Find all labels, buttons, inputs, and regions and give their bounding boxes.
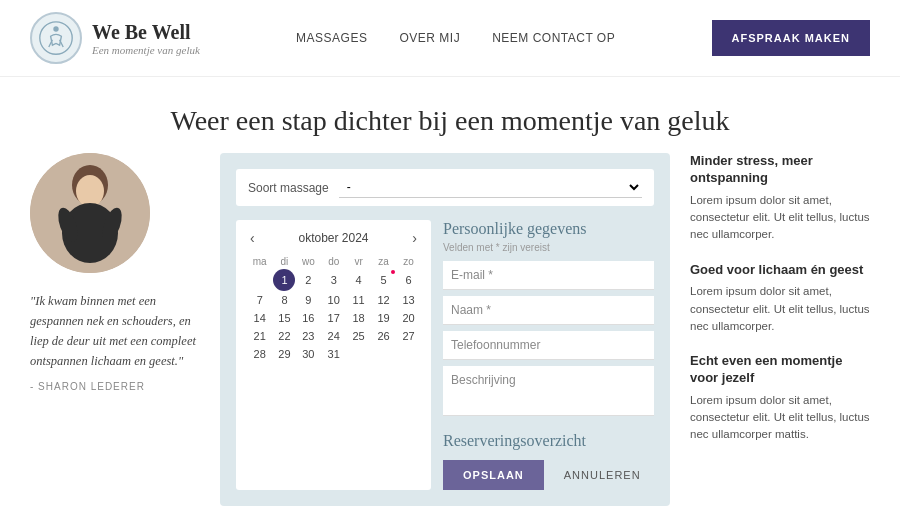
calendar-day[interactable]: 27 (396, 327, 421, 345)
calendar-day[interactable]: 20 (396, 309, 421, 327)
logo-name: We Be Well (92, 21, 200, 44)
email-field[interactable] (443, 261, 654, 290)
benefit-text-2: Lorem ipsum dolor sit amet, consectetur … (690, 392, 870, 444)
calendar-day[interactable]: 2 (295, 269, 321, 291)
calendar-day[interactable]: 1 (273, 269, 295, 291)
calendar-day[interactable]: 21 (246, 327, 273, 345)
benefit-title-1: Goed voor lichaam én geest (690, 262, 870, 279)
calendar-day[interactable]: 12 (371, 291, 396, 309)
calendar-day[interactable]: 16 (295, 309, 321, 327)
massage-label: Soort massage (248, 181, 329, 195)
svg-point-1 (53, 26, 58, 31)
name-field[interactable] (443, 296, 654, 325)
calendar-day[interactable]: 24 (321, 327, 346, 345)
calendar: ‹ oktober 2024 › ma di wo do vr za zo (236, 220, 431, 490)
logo-text: We Be Well Een momentje van geluk (92, 21, 200, 56)
booking-inner: ‹ oktober 2024 › ma di wo do vr za zo (236, 220, 654, 490)
calendar-header: ‹ oktober 2024 › (246, 230, 421, 246)
calendar-day[interactable]: 4 (346, 269, 371, 291)
benefit-title-0: Minder stress, meer ontspanning (690, 153, 870, 187)
massage-select[interactable]: - Ontspanningsmassage Sportmassage Diepe… (339, 177, 642, 198)
testimonial-text: "Ik kwam binnen met een gespannen nek en… (30, 291, 200, 371)
calendar-month-year: oktober 2024 (298, 231, 368, 245)
form-buttons: OPSLAAN ANNULEREN (443, 460, 654, 490)
booking-panel: Soort massage - Ontspanningsmassage Spor… (220, 153, 670, 506)
calendar-day[interactable]: 11 (346, 291, 371, 309)
calendar-day[interactable]: 31 (321, 345, 346, 363)
calendar-day (396, 345, 421, 363)
cal-header-mon: ma (246, 254, 273, 269)
profile-image (30, 153, 150, 273)
calendar-next-button[interactable]: › (408, 230, 421, 246)
calendar-day[interactable]: 14 (246, 309, 273, 327)
benefit-item-1: Goed voor lichaam én geest Lorem ipsum d… (690, 262, 870, 336)
calendar-day[interactable]: 8 (273, 291, 295, 309)
massage-selector: Soort massage - Ontspanningsmassage Spor… (236, 169, 654, 206)
left-column: "Ik kwam binnen met een gespannen nek en… (30, 153, 200, 392)
appointment-button[interactable]: AFSPRAAK MAKEN (712, 20, 871, 56)
calendar-day[interactable]: 3 (321, 269, 346, 291)
header: We Be Well Een momentje van geluk MASSAG… (0, 0, 900, 77)
cal-header-sat: za (371, 254, 396, 269)
calendar-day[interactable]: 19 (371, 309, 396, 327)
save-button[interactable]: OPSLAAN (443, 460, 544, 490)
calendar-day (346, 345, 371, 363)
cal-header-tue: di (273, 254, 295, 269)
calendar-day[interactable]: 7 (246, 291, 273, 309)
calendar-day[interactable]: 18 (346, 309, 371, 327)
calendar-day[interactable]: 9 (295, 291, 321, 309)
calendar-day[interactable]: 13 (396, 291, 421, 309)
benefits-column: Minder stress, meer ontspanning Lorem ip… (690, 153, 870, 462)
svg-point-4 (76, 175, 104, 207)
nav-over-mij[interactable]: OVER MIJ (399, 31, 460, 45)
cal-header-thu: do (321, 254, 346, 269)
benefit-item-0: Minder stress, meer ontspanning Lorem ip… (690, 153, 870, 244)
calendar-day[interactable]: 29 (273, 345, 295, 363)
reservation-title: Reserveringsoverzicht (443, 432, 654, 450)
calendar-day[interactable]: 26 (371, 327, 396, 345)
personal-form: Persoonlijke gegevens Velden met * zijn … (443, 220, 654, 490)
cancel-button[interactable]: ANNULEREN (554, 460, 651, 490)
logo-icon (30, 12, 82, 64)
calendar-day[interactable]: 30 (295, 345, 321, 363)
red-dot-indicator (391, 270, 395, 274)
benefit-text-0: Lorem ipsum dolor sit amet, consectetur … (690, 192, 870, 244)
calendar-day (246, 269, 273, 291)
description-field[interactable] (443, 366, 654, 416)
fields-required-label: Velden met * zijn vereist (443, 242, 654, 253)
calendar-day[interactable]: 23 (295, 327, 321, 345)
calendar-day[interactable]: 22 (273, 327, 295, 345)
calendar-day[interactable]: 25 (346, 327, 371, 345)
benefit-text-1: Lorem ipsum dolor sit amet, consectetur … (690, 283, 870, 335)
main-content: "Ik kwam binnen met een gespannen nek en… (0, 153, 900, 510)
testimonial-author: - SHARON LEDERER (30, 381, 200, 392)
benefit-title-2: Echt even een momentje voor jezelf (690, 353, 870, 387)
nav-contact[interactable]: NEEM CONTACT OP (492, 31, 615, 45)
calendar-day[interactable]: 6 (396, 269, 421, 291)
nav-massages[interactable]: MASSAGES (296, 31, 367, 45)
logo-tagline: Een momentje van geluk (92, 44, 200, 56)
cal-header-fri: vr (346, 254, 371, 269)
calendar-prev-button[interactable]: ‹ (246, 230, 259, 246)
main-nav: MASSAGES OVER MIJ NEEM CONTACT OP (296, 31, 615, 45)
cal-header-wed: wo (295, 254, 321, 269)
hero-title: Weer een stap dichter bij een momentje v… (0, 77, 900, 153)
benefit-item-2: Echt even een momentje voor jezelf Lorem… (690, 353, 870, 444)
calendar-day[interactable]: 17 (321, 309, 346, 327)
calendar-day[interactable]: 15 (273, 309, 295, 327)
calendar-day[interactable]: 28 (246, 345, 273, 363)
phone-field[interactable] (443, 331, 654, 360)
calendar-day[interactable]: 5 (371, 269, 396, 291)
calendar-table: ma di wo do vr za zo 1234567891011121314… (246, 254, 421, 363)
calendar-day[interactable]: 10 (321, 291, 346, 309)
calendar-day (371, 345, 396, 363)
form-section-title: Persoonlijke gegevens (443, 220, 654, 238)
cal-header-sun: zo (396, 254, 421, 269)
logo-area: We Be Well Een momentje van geluk (30, 12, 200, 64)
